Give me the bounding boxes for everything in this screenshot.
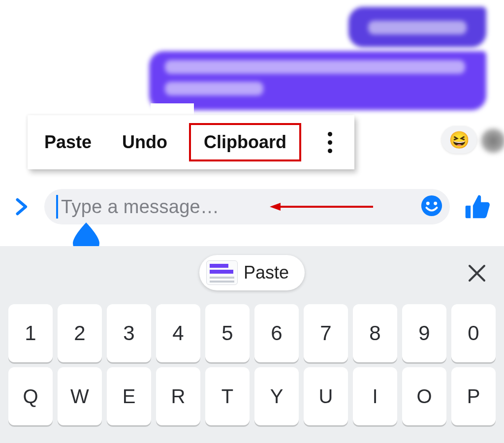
keyboard-paste-suggestion[interactable]: Paste [199,255,305,290]
key-u[interactable]: U [304,367,348,425]
key-q[interactable]: Q [8,367,53,425]
key-5[interactable]: 5 [205,304,250,362]
key-7[interactable]: 7 [304,304,348,362]
text-context-menu: Paste Undo Clipboard [28,115,354,169]
key-o[interactable]: O [402,367,446,425]
key-4[interactable]: 4 [156,304,200,362]
key-e[interactable]: E [107,367,151,425]
message-placeholder: Type a message… [61,196,219,218]
key-w[interactable]: W [58,367,102,425]
key-3[interactable]: 3 [107,304,151,362]
svg-marker-4 [270,203,281,211]
keyboard-suggestion-row: Paste [0,246,504,299]
key-r[interactable]: R [156,367,200,425]
context-menu-undo[interactable]: Undo [122,132,167,153]
context-menu-more-icon[interactable] [328,132,332,153]
avatar [480,128,504,154]
message-input[interactable]: Type a message… [44,189,450,224]
key-i[interactable]: I [353,367,397,425]
key-6[interactable]: 6 [254,304,299,362]
svg-point-2 [434,202,437,205]
message-input-bar: Type a message… [0,187,504,226]
paste-chip-label: Paste [244,262,289,283]
virtual-keyboard: Paste 1234567890 QWERTYUIOP [0,246,504,443]
svg-point-1 [426,202,430,205]
redacted-text [165,82,263,95]
redacted-text [165,60,465,74]
redacted-text [368,21,467,34]
outgoing-message-bubble[interactable] [149,51,486,110]
key-0[interactable]: 0 [451,304,496,362]
text-caret [56,195,58,219]
key-9[interactable]: 9 [402,304,446,362]
emoji-picker-icon[interactable] [420,194,443,219]
key-t[interactable]: T [205,367,250,425]
laughing-emoji-icon: 😆 [449,130,470,150]
context-menu-clipboard[interactable]: Clipboard [204,132,286,153]
clipboard-preview-thumbnail-icon [206,260,238,285]
annotation-highlight-box: Clipboard [189,123,301,161]
keyboard-dismiss-icon[interactable] [467,263,487,285]
outgoing-message-bubble[interactable] [348,7,486,47]
chat-area: 😆 Paste Undo Clipboard Type a message… [0,0,504,246]
key-y[interactable]: Y [254,367,299,425]
svg-point-0 [421,195,442,216]
key-8[interactable]: 8 [353,304,397,362]
expand-chevron-icon[interactable] [0,197,44,216]
key-p[interactable]: P [451,367,496,425]
keyboard-letter-row: QWERTYUIOP [0,362,504,425]
message-reaction[interactable]: 😆 [441,126,477,154]
thumbs-up-icon[interactable] [450,193,504,221]
context-menu-paste[interactable]: Paste [44,132,92,153]
annotation-arrow [270,202,373,212]
key-2[interactable]: 2 [58,304,102,362]
keyboard-number-row: 1234567890 [0,299,504,362]
key-1[interactable]: 1 [8,304,53,362]
